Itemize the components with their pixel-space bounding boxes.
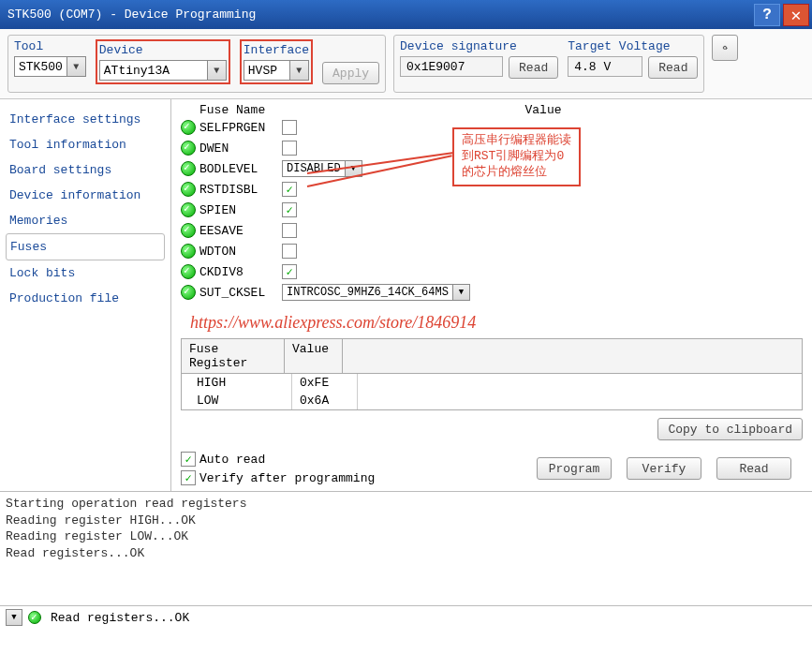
signature-label: Device signature (400, 39, 558, 53)
ok-icon (181, 120, 196, 135)
ok-icon (181, 223, 196, 238)
signature-value: 0x1E9007 (400, 56, 503, 77)
chevron-down-icon[interactable]: ▼ (208, 60, 227, 81)
tool-select[interactable]: STK500 ▼ (14, 56, 86, 77)
copy-button[interactable]: Copy to clipboard (657, 418, 803, 440)
fuse-name: SUT_CKSEL (199, 286, 282, 300)
fuse-checkbox[interactable]: ✓ (282, 264, 297, 279)
fuse-name: DWEN (199, 141, 282, 156)
log-panel: Starting operation read registers Readin… (0, 491, 812, 605)
fuse-row: CKDIV8✓ (181, 261, 803, 282)
status-dropdown[interactable]: ▼ (6, 609, 22, 626)
sidebar: Interface settings Tool information Boar… (0, 99, 170, 491)
tool-group-right: Device signature 0x1E9007 Read Target Vo… (393, 35, 704, 93)
ok-icon (181, 182, 196, 197)
fuse-name: EESAVE (199, 224, 282, 238)
ok-icon (181, 141, 196, 156)
tool-group-left: Tool STK500 ▼ Device ATtiny13A ▼ Interfa… (7, 35, 386, 93)
auto-read-checkbox[interactable]: ✓ (181, 452, 196, 467)
sidebar-item-tool-information[interactable]: Tool information (6, 132, 165, 157)
fuse-checkbox[interactable]: ✓ (282, 182, 297, 197)
voltage-label: Target Voltage (568, 39, 698, 53)
ok-icon (181, 202, 196, 217)
fuse-row: SUT_CKSELINTRCOSC_9MHZ6_14CK_64MS▼ (181, 282, 803, 303)
sidebar-item-lock-bits[interactable]: Lock bits (6, 260, 165, 286)
verify-after-checkbox[interactable]: ✓ (181, 470, 196, 485)
status-ok-icon (28, 611, 41, 624)
gear-icon (722, 40, 728, 55)
fuse-row: WDTON (181, 241, 803, 261)
close-button[interactable]: ✕ (783, 4, 809, 26)
sidebar-item-fuses[interactable]: Fuses (6, 233, 165, 260)
fuse-name: RSTDISBL (199, 183, 282, 197)
chevron-down-icon[interactable]: ▼ (290, 60, 309, 81)
status-text: Read registers...OK (51, 611, 189, 625)
signature-read-button[interactable]: Read (509, 56, 558, 79)
fuse-checkbox[interactable]: ✓ (282, 202, 297, 217)
fuse-select[interactable]: INTRCOSC_9MHZ6_14CK_64MS▼ (282, 284, 470, 301)
sidebar-item-board-settings[interactable]: Board settings (6, 157, 165, 183)
voltage-read-button[interactable]: Read (648, 56, 698, 79)
fuse-header: Fuse Name Value (181, 103, 803, 117)
window-title: STK500 (COM7) - Device Programming (7, 7, 256, 22)
tool-label: Tool (14, 39, 86, 53)
fuse-name: CKDIV8 (199, 265, 282, 279)
chevron-down-icon[interactable]: ▼ (453, 284, 470, 301)
device-label: Device (99, 43, 227, 57)
read-button[interactable]: Read (716, 457, 791, 480)
register-row: HIGH 0xFE (182, 374, 802, 392)
ok-icon (181, 285, 196, 300)
program-button[interactable]: Program (537, 457, 612, 480)
chevron-down-icon[interactable]: ▼ (67, 56, 86, 77)
auto-read-label: Auto read (199, 453, 265, 467)
fuse-checkbox[interactable] (282, 244, 297, 259)
fuse-name: WDTON (199, 245, 282, 259)
fuse-name: BODLEVEL (199, 162, 282, 176)
main-panel: Fuse Name Value SELFPRGENDWENBODLEVELDIS… (170, 99, 812, 491)
fuse-checkbox[interactable] (282, 141, 297, 156)
interface-label: Interface (244, 43, 309, 57)
watermark: https://www.aliexpress.com/store/1846914 (190, 313, 476, 333)
settings-button[interactable] (712, 35, 738, 61)
fuse-name: SPIEN (199, 203, 282, 217)
sidebar-item-device-information[interactable]: Device information (6, 183, 165, 208)
ok-icon (181, 244, 196, 259)
ok-icon (181, 161, 196, 176)
status-bar: ▼ Read registers...OK (0, 605, 812, 629)
titlebar: STK500 (COM7) - Device Programming ? ✕ (0, 0, 812, 29)
fuse-checkbox[interactable] (282, 223, 297, 238)
fuse-checkbox[interactable] (282, 120, 297, 135)
fuse-row: EESAVE (181, 220, 803, 241)
annotation-callout: 高压串行编程器能读 到RST引脚编程为0 的芯片的熔丝位 (452, 127, 581, 186)
toolbar: Tool STK500 ▼ Device ATtiny13A ▼ Interfa… (0, 29, 812, 99)
verify-button[interactable]: Verify (627, 457, 701, 480)
sidebar-item-production-file[interactable]: Production file (6, 286, 165, 311)
sidebar-item-memories[interactable]: Memories (6, 208, 165, 233)
interface-select[interactable]: HVSP ▼ (244, 60, 309, 81)
fuse-row: SPIEN✓ (181, 200, 803, 220)
register-panel: Fuse Register Value HIGH 0xFE LOW 0x6A (181, 338, 803, 410)
voltage-value: 4.8 V (568, 56, 642, 77)
apply-button[interactable]: Apply (322, 62, 379, 84)
help-button[interactable]: ? (754, 4, 780, 26)
register-row: LOW 0x6A (182, 392, 802, 409)
ok-icon (181, 264, 196, 279)
sidebar-item-interface-settings[interactable]: Interface settings (6, 107, 165, 132)
device-select[interactable]: ATtiny13A ▼ (99, 60, 227, 81)
fuse-name: SELFPRGEN (199, 121, 282, 135)
fuse-select[interactable]: DISABLED▼ (282, 160, 362, 177)
verify-after-label: Verify after programming (199, 471, 375, 485)
